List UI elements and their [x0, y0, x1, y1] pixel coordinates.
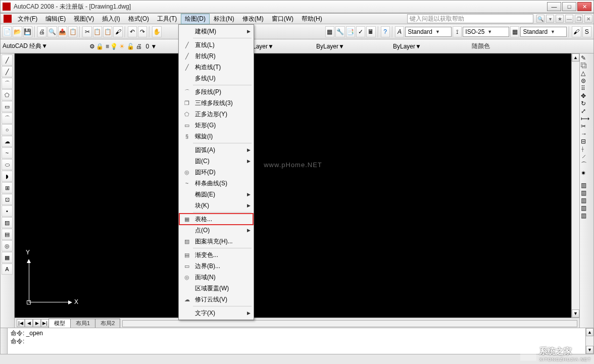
palette5-icon[interactable]: ▥ [581, 212, 592, 219]
restore-doc-button[interactable]: ❐ [575, 15, 583, 23]
palette4-icon[interactable]: ▥ [581, 204, 592, 212]
redo-icon[interactable]: ↷ [138, 26, 147, 37]
menu-dimension[interactable]: 标注(N) [210, 14, 238, 24]
move-icon[interactable]: ✥ [581, 92, 592, 99]
drawing-canvas[interactable]: www.pHome.NET Y X [15, 54, 571, 318]
tab-layout1[interactable]: 布局1 [70, 319, 95, 328]
menu-item-多段线p[interactable]: ⌒多段线(P) [180, 86, 253, 97]
close-button[interactable]: ✕ [577, 2, 591, 11]
plot-icon[interactable]: 📋 [68, 26, 77, 37]
array-icon[interactable]: ⠿ [581, 85, 592, 92]
explode-icon[interactable]: ✷ [581, 170, 592, 177]
dimstyle-icon[interactable]: ⟟ [453, 26, 462, 37]
menu-item-渐变色[interactable]: ▤渐变色... [180, 249, 253, 261]
extend-icon[interactable]: → [581, 130, 592, 137]
menu-edit[interactable]: 编辑(E) [41, 14, 70, 24]
menu-item-面域n[interactable]: ◎面域(N) [180, 272, 253, 283]
tool-icon[interactable]: 🔧 [335, 26, 344, 37]
gradient-icon[interactable]: ▤ [2, 229, 13, 240]
menu-item-区域覆盖w[interactable]: 区域覆盖(W) [180, 283, 253, 294]
open-icon[interactable]: 📂 [13, 26, 22, 37]
minimize-button[interactable]: — [547, 2, 561, 11]
menu-item-直线l[interactable]: ╱直线(L) [180, 39, 253, 50]
layers-icon[interactable]: ≡ [106, 43, 109, 50]
more-icon[interactable]: S [582, 26, 591, 37]
markup-icon[interactable]: ✓ [356, 26, 365, 37]
menu-item-圆c[interactable]: 圆(C)▶ [180, 155, 253, 167]
region-icon[interactable]: ◎ [2, 240, 13, 251]
close-doc-button[interactable]: ✕ [584, 15, 592, 23]
polygon-icon[interactable]: ⬠ [2, 89, 13, 100]
menu-item-表格[interactable]: ▦表格... [180, 214, 253, 225]
menu-item-边界b[interactable]: ▭边界(B)... [180, 261, 253, 272]
workspace-settings-icon[interactable]: ⚙ [89, 43, 95, 50]
dimstyle-combo[interactable]: ISO-25▼ [463, 27, 509, 37]
erase-icon[interactable]: ✎ [581, 55, 592, 62]
table-icon[interactable]: ▦ [2, 252, 13, 263]
xline-icon[interactable]: ╱ [2, 66, 13, 77]
tab-nav-prev[interactable]: ◀ [25, 319, 33, 327]
undo-icon[interactable]: ↶ [128, 26, 137, 37]
scale-icon[interactable]: ⤢ [581, 108, 592, 115]
menu-help[interactable]: 帮助(H) [298, 14, 326, 24]
fillet-icon[interactable]: ⌒ [581, 161, 592, 169]
menu-item-图案填充h[interactable]: ▨图案填充(H)... [180, 236, 253, 247]
copy-icon[interactable]: 📋 [93, 26, 102, 37]
hatch-icon[interactable]: ▨ [2, 217, 13, 228]
paste-icon[interactable]: 📋 [103, 26, 112, 37]
menu-item-块k[interactable]: 块(K)▶ [180, 200, 253, 211]
menu-item-三维多段线3[interactable]: ❐三维多段线(3) [180, 97, 253, 109]
command-text[interactable]: 命令: _open 命令: [8, 328, 585, 354]
menu-item-射线r[interactable]: ╱射线(R) [180, 50, 253, 62]
star-icon[interactable]: ★ [556, 15, 564, 23]
tablestyle-icon[interactable]: ▦ [510, 26, 519, 37]
menu-draw[interactable]: 绘图(D) [181, 14, 210, 24]
linetype-combo[interactable]: ByLayer▼ [314, 43, 390, 50]
menu-format[interactable]: 格式(O) [124, 14, 153, 24]
menu-modify[interactable]: 修改(M) [238, 14, 268, 24]
search-icon[interactable]: 🔍 [536, 15, 544, 23]
menu-view[interactable]: 视图(V) [70, 14, 98, 24]
palette1-icon[interactable]: ▥ [581, 182, 592, 189]
minimize-doc-button[interactable]: — [565, 15, 573, 23]
brush-icon[interactable]: 🖌 [572, 26, 581, 37]
cmd-scroll-up-icon[interactable]: ▲ [586, 328, 593, 336]
menu-insert[interactable]: 插入(I) [98, 14, 124, 24]
new-icon[interactable]: 📄 [3, 26, 12, 37]
palette2-icon[interactable]: ▥ [581, 189, 592, 196]
menu-item-构造线t[interactable]: ╱构造线(T) [180, 62, 253, 73]
ellipse-icon[interactable]: ⬭ [2, 159, 13, 170]
spline-icon[interactable]: ~ [2, 147, 13, 159]
lineweight-combo[interactable]: ByLayer▼ [391, 43, 467, 50]
workspace-combo[interactable]: AutoCAD 经典▼ [3, 42, 88, 50]
block-icon[interactable]: ▦ [325, 26, 334, 37]
menu-item-修订云线v[interactable]: ☁修订云线(V) [180, 294, 253, 305]
calc-icon[interactable]: 🖩 [366, 26, 375, 37]
menu-item-螺旋i[interactable]: §螺旋(I) [180, 131, 253, 142]
ellipsearc-icon[interactable]: ◗ [2, 171, 13, 182]
menu-item-圆弧a[interactable]: 圆弧(A)▶ [180, 144, 253, 155]
menu-window[interactable]: 窗口(W) [268, 14, 298, 24]
makeblock-icon[interactable]: ⊡ [2, 194, 13, 205]
tab-model[interactable]: 模型 [48, 319, 71, 328]
copy-obj-icon[interactable]: ⿻ [581, 62, 592, 69]
scroll-up-icon[interactable]: ▲ [572, 54, 579, 62]
sheet-icon[interactable]: 📑 [346, 26, 355, 37]
line-icon[interactable]: ╱ [2, 55, 13, 66]
menu-item-正多边形y[interactable]: ⬠正多边形(Y) [180, 109, 253, 120]
scroll-down-icon[interactable]: ▼ [572, 309, 579, 318]
offset-icon[interactable]: ⊜ [581, 77, 592, 84]
menu-item-圆环d[interactable]: ◎圆环(D) [180, 167, 253, 178]
tab-nav-next[interactable]: ▶ [33, 319, 41, 327]
help-search-input[interactable]: 键入问题以获取帮助 [407, 14, 533, 23]
textstyle-combo[interactable]: Standard▼ [405, 27, 452, 37]
insert-icon[interactable]: ⊞ [2, 182, 13, 193]
trim-icon[interactable]: ✂ [581, 123, 592, 130]
match-icon[interactable]: 🖌 [113, 26, 122, 37]
maximize-button[interactable]: □ [562, 2, 576, 11]
rotate-icon[interactable]: ↻ [581, 100, 592, 107]
arc-icon[interactable]: ⌒ [2, 113, 13, 124]
menu-item-多线u[interactable]: 多线(U) [180, 73, 253, 84]
break-icon[interactable]: ⊟ [581, 138, 592, 145]
chamfer-icon[interactable]: ⟋ [581, 153, 592, 160]
